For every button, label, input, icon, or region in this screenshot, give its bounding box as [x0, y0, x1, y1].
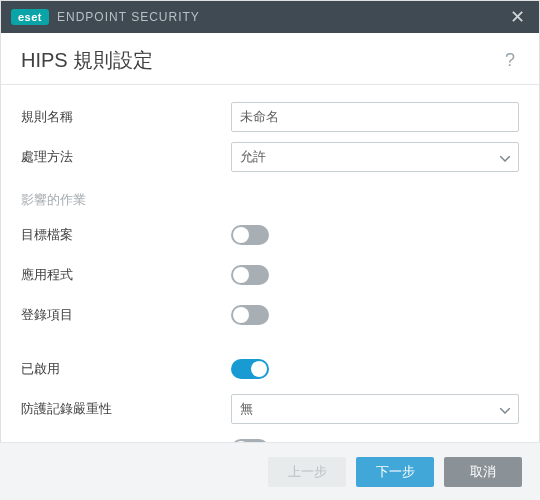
severity-value: 無: [240, 400, 253, 418]
affected-section-label: 影響的作業: [21, 177, 519, 215]
action-value: 允許: [240, 148, 266, 166]
target-files-label: 目標檔案: [21, 226, 231, 244]
row-rule-name: 規則名稱: [21, 97, 519, 137]
brand-text: ENDPOINT SECURITY: [57, 10, 200, 24]
row-severity: 防護記錄嚴重性 無: [21, 389, 519, 429]
enabled-label: 已啟用: [21, 360, 231, 378]
brand-badge: eset: [11, 9, 49, 25]
next-button[interactable]: 下一步: [356, 457, 434, 487]
chevron-down-icon: [500, 402, 510, 417]
row-enabled: 已啟用: [21, 349, 519, 389]
dialog-header: HIPS 規則設定 ?: [1, 33, 539, 84]
form: 規則名稱 處理方法 允許 影響的作業 目標檔案 應用程式 登錄項目: [1, 91, 539, 469]
rule-name-label: 規則名稱: [21, 108, 231, 126]
help-icon[interactable]: ?: [501, 50, 519, 71]
close-icon[interactable]: ✕: [506, 8, 529, 26]
footer: 上一步 下一步 取消: [0, 442, 540, 500]
severity-select[interactable]: 無: [231, 394, 519, 424]
cancel-button[interactable]: 取消: [444, 457, 522, 487]
applications-label: 應用程式: [21, 266, 231, 284]
chevron-down-icon: [500, 150, 510, 165]
severity-label: 防護記錄嚴重性: [21, 400, 231, 418]
divider: [1, 84, 539, 85]
target-files-toggle[interactable]: [231, 225, 269, 245]
page-title: HIPS 規則設定: [21, 47, 153, 74]
row-action: 處理方法 允許: [21, 137, 519, 177]
row-registry: 登錄項目: [21, 295, 519, 335]
row-target-files: 目標檔案: [21, 215, 519, 255]
action-select[interactable]: 允許: [231, 142, 519, 172]
rule-name-input[interactable]: [231, 102, 519, 132]
applications-toggle[interactable]: [231, 265, 269, 285]
row-applications: 應用程式: [21, 255, 519, 295]
action-label: 處理方法: [21, 148, 231, 166]
back-button: 上一步: [268, 457, 346, 487]
titlebar: eset ENDPOINT SECURITY ✕: [1, 1, 539, 33]
registry-toggle[interactable]: [231, 305, 269, 325]
registry-label: 登錄項目: [21, 306, 231, 324]
enabled-toggle[interactable]: [231, 359, 269, 379]
